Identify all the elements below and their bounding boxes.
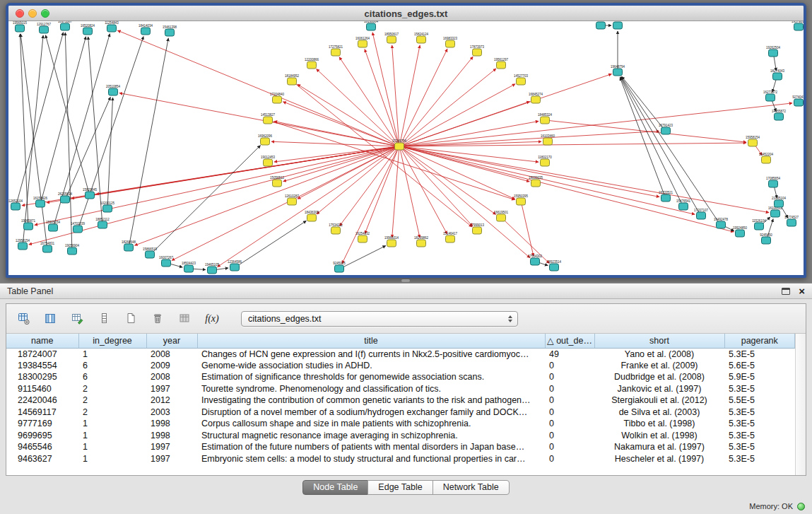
minimize-button[interactable] bbox=[28, 9, 37, 18]
table-row[interactable]: 946362711997Embryonic stem cells: a mode… bbox=[6, 453, 795, 465]
graph-node[interactable]: 17275821 bbox=[329, 45, 343, 57]
column-header-short[interactable]: short bbox=[594, 334, 724, 348]
graph-node[interactable]: 12364586 bbox=[228, 260, 242, 271]
table-vertical-scrollbar[interactable] bbox=[795, 334, 806, 475]
graph-node[interactable]: 19262504 bbox=[766, 46, 781, 57]
network-view[interactable]: 1724975416103460118021701803903515950395… bbox=[8, 21, 804, 274]
network-selector[interactable]: citations_edges.txt bbox=[241, 311, 518, 327]
graph-node[interactable]: 15824124 bbox=[414, 33, 429, 44]
graph-edge[interactable] bbox=[404, 147, 539, 163]
graph-edge[interactable] bbox=[403, 69, 496, 144]
graph-edge[interactable] bbox=[66, 97, 110, 196]
graph-node[interactable]: 18274043 bbox=[770, 69, 785, 81]
column-header-year[interactable]: year bbox=[146, 334, 197, 348]
graph-node[interactable]: 16774527 bbox=[784, 216, 799, 227]
graph-edge[interactable] bbox=[298, 84, 396, 144]
graph-node[interactable]: 15866519 bbox=[143, 247, 158, 259]
graph-node[interactable]: 16520824 bbox=[81, 24, 95, 35]
graph-node[interactable]: 17207107 bbox=[694, 209, 709, 220]
graph-node[interactable]: 16983323 bbox=[443, 37, 458, 48]
graph-node[interactable]: 9245005 bbox=[333, 262, 346, 273]
network-canvas-svg[interactable]: 1724975416103460118021701803903515950395… bbox=[8, 21, 804, 274]
graph-node[interactable]: 16845274 bbox=[529, 93, 543, 104]
graph-node[interactable]: 16100512 bbox=[768, 206, 783, 218]
graph-node[interactable]: 10371087 bbox=[58, 21, 73, 30]
graph-node[interactable]: 9245450 bbox=[760, 233, 772, 245]
graph-node[interactable]: 18184952 bbox=[285, 74, 300, 86]
column-header-pagerank[interactable]: pagerank bbox=[724, 334, 795, 348]
graph-node[interactable]: 12912767 bbox=[37, 23, 52, 34]
graph-node[interactable]: 12958154 bbox=[16, 239, 30, 250]
graph-node[interactable]: 18239862 bbox=[414, 236, 429, 247]
graph-edge[interactable] bbox=[193, 269, 206, 269]
graph-node[interactable]: 19565015 bbox=[13, 21, 28, 32]
graph-edge[interactable] bbox=[119, 93, 395, 146]
graph-node[interactable]: 10200125 bbox=[100, 201, 115, 213]
graph-edge[interactable] bbox=[35, 147, 395, 225]
graph-edge[interactable] bbox=[401, 149, 447, 234]
graph-node[interactable]: 12754502 bbox=[611, 21, 625, 29]
graph-node[interactable]: 18950617 bbox=[384, 33, 399, 44]
table-row[interactable]: 1456911722003Disruption of a novel membe… bbox=[6, 407, 795, 419]
graph-node[interactable]: 19012453 bbox=[261, 156, 276, 167]
graph-node[interactable]: 21035104 bbox=[772, 197, 787, 208]
graph-node[interactable]: 19056904 bbox=[65, 244, 80, 255]
graph-node[interactable]: 14655872 bbox=[772, 110, 787, 121]
close-panel-icon[interactable]: × bbox=[799, 287, 805, 296]
graph-node[interactable]: 16962096 bbox=[258, 134, 273, 146]
graph-node[interactable]: 16103460 bbox=[541, 134, 555, 146]
graph-node[interactable]: 15461398 bbox=[163, 25, 177, 37]
graph-node[interactable]: 19465105 bbox=[205, 263, 220, 274]
function-builder-button[interactable]: f(x) bbox=[203, 310, 221, 328]
graph-node[interactable]: 17554302 bbox=[528, 255, 543, 266]
column-header-in_degree[interactable]: in_degree bbox=[78, 334, 146, 348]
graph-node[interactable]: 15476541 bbox=[676, 199, 691, 211]
table-row[interactable]: 1938455462009Genome-wide association stu… bbox=[6, 360, 795, 372]
graph-edge[interactable] bbox=[404, 147, 530, 182]
graph-edge[interactable] bbox=[403, 148, 514, 199]
graph-node[interactable]: 18130004 bbox=[364, 21, 379, 30]
tab-network-table[interactable]: Network Table bbox=[433, 480, 510, 495]
graph-node[interactable]: 12200866 bbox=[305, 58, 319, 69]
graph-node[interactable]: 18852112 bbox=[95, 218, 110, 229]
zoom-button[interactable] bbox=[41, 9, 49, 18]
graph-edge[interactable] bbox=[404, 147, 734, 232]
graph-edge[interactable] bbox=[153, 146, 260, 252]
graph-edge[interactable] bbox=[620, 77, 664, 194]
graph-edge[interactable] bbox=[283, 102, 395, 145]
delete-table-button[interactable] bbox=[149, 310, 167, 328]
graph-node[interactable]: 17999013 bbox=[470, 223, 485, 235]
table-row[interactable]: 969969511998Structural magnetic resonanc… bbox=[6, 430, 795, 442]
graph-node[interactable]: 17534211 bbox=[329, 223, 343, 235]
graph-node[interactable]: 18268648 bbox=[122, 240, 136, 252]
graph-edge[interactable] bbox=[107, 98, 112, 205]
graph-node[interactable]: 18923514 bbox=[547, 260, 562, 271]
graph-node[interactable]: 11802170 bbox=[538, 156, 552, 167]
show-columns-button[interactable] bbox=[42, 310, 60, 328]
graph-edge[interactable] bbox=[392, 45, 399, 143]
graph-node[interactable]: 15905154 bbox=[46, 221, 61, 232]
graph-edge[interactable] bbox=[216, 268, 228, 269]
graph-node[interactable]: 11254843 bbox=[105, 21, 119, 32]
graph-edge[interactable] bbox=[339, 149, 396, 226]
window-titlebar[interactable]: citations_edges.txt bbox=[8, 6, 804, 21]
network-window[interactable]: citations_edges.txt 17249754161034601180… bbox=[6, 3, 806, 278]
graph-node[interactable]: 11526104 bbox=[752, 219, 766, 230]
graph-edge[interactable] bbox=[622, 76, 663, 128]
graph-edge[interactable] bbox=[238, 221, 306, 265]
table-row[interactable]: 977716911998Corpus callosum shape and si… bbox=[6, 418, 795, 430]
graph-node[interactable]: 16619501 bbox=[494, 211, 509, 222]
graph-edge[interactable] bbox=[620, 77, 681, 203]
graph-node[interactable]: 15146417 bbox=[443, 232, 458, 243]
graph-node[interactable]: 15950395 bbox=[514, 194, 529, 206]
column-header-title[interactable]: title bbox=[197, 334, 545, 348]
graph-node[interactable]: 16791423 bbox=[659, 124, 673, 135]
table-settings-button[interactable] bbox=[15, 310, 33, 328]
edit-table-button[interactable] bbox=[69, 310, 87, 328]
tab-edge-table[interactable]: Edge Table bbox=[367, 480, 433, 495]
graph-node[interactable]: 15056512 bbox=[270, 176, 285, 187]
graph-node[interactable]: 17873973 bbox=[470, 45, 485, 57]
graph-edge[interactable] bbox=[402, 57, 473, 144]
graph-edge[interactable] bbox=[23, 35, 44, 243]
splitter-handle[interactable] bbox=[401, 279, 410, 282]
